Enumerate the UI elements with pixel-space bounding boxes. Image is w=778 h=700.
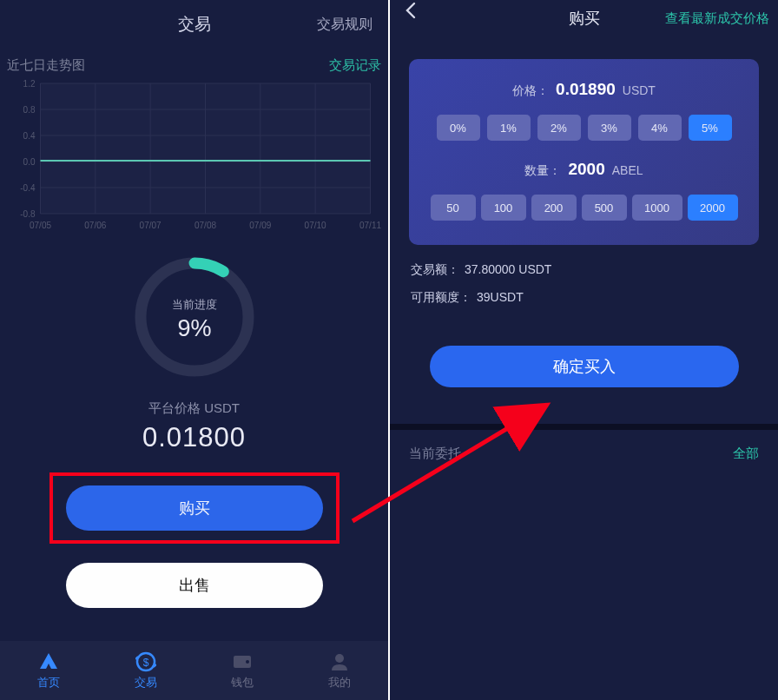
svg-text:当前进度: 当前进度: [172, 298, 217, 311]
section-divider: [390, 424, 778, 430]
svg-point-36: [335, 654, 344, 663]
percent-chips: 0% 1% 2% 3% 4% 5%: [425, 115, 743, 141]
trade-icon: $: [135, 651, 156, 672]
chart-area: 近七日走势图 交易记录 1.2: [0, 49, 388, 239]
confirm-wrap: 确定买入: [390, 346, 778, 387]
amt-chip-4[interactable]: 1000: [632, 195, 682, 221]
pct-chip-4[interactable]: 4%: [638, 115, 682, 141]
back-icon[interactable]: [404, 2, 419, 19]
buy-button[interactable]: 购买: [66, 485, 323, 531]
svg-text:07/09: 07/09: [249, 221, 271, 230]
svg-text:07/11: 07/11: [359, 221, 381, 230]
amt-chip-2[interactable]: 200: [531, 195, 577, 221]
platform-price-value: 0.01800: [0, 422, 388, 453]
chart-title: 近七日走势图: [7, 57, 85, 74]
pct-chip-1[interactable]: 1%: [487, 115, 531, 141]
svg-text:$: $: [142, 657, 148, 669]
trade-amount-val: 37.80000 USDT: [465, 262, 551, 278]
pct-chip-0[interactable]: 0%: [437, 115, 480, 141]
info-block: 交易额： 37.80000 USDT 可用额度： 39USDT: [390, 245, 778, 306]
svg-text:0.0: 0.0: [23, 157, 36, 167]
nav-wallet[interactable]: 钱包: [231, 651, 254, 690]
platform-price-label: 平台价格 USDT: [0, 400, 388, 417]
left-header: 交易 交易规则: [0, 0, 388, 49]
svg-text:-0.8: -0.8: [20, 209, 36, 219]
nav-mine[interactable]: 我的: [328, 651, 351, 690]
amount-chips: 50 100 200 500 1000 2000: [425, 195, 743, 221]
available-val: 39USDT: [477, 290, 524, 306]
amt-chip-0[interactable]: 50: [431, 195, 476, 221]
nav-trade[interactable]: $ 交易: [135, 651, 157, 690]
svg-text:07/07: 07/07: [140, 221, 162, 230]
latest-price-link[interactable]: 查看最新成交价格: [665, 10, 769, 27]
available-row: 可用额度： 39USDT: [411, 290, 757, 306]
trade-amount-key: 交易额：: [411, 262, 459, 278]
svg-text:07/10: 07/10: [305, 221, 326, 230]
right-header: 购买 查看最新成交价格: [390, 0, 778, 36]
qty-key: 数量：: [524, 163, 561, 179]
sell-button[interactable]: 出售: [66, 563, 323, 608]
progress-area: 当前进度 9%: [0, 251, 388, 383]
svg-point-35: [246, 660, 249, 664]
amt-chip-5[interactable]: 2000: [688, 195, 738, 221]
buy-card: 价格： 0.01890 USDT 0% 1% 2% 3% 4% 5% 数量： 2…: [409, 59, 759, 245]
price-area: 平台价格 USDT 0.01800: [0, 400, 388, 453]
confirm-buy-button[interactable]: 确定买入: [430, 346, 739, 387]
home-icon: [38, 651, 59, 672]
action-buttons: 购买 出售: [0, 472, 388, 608]
qty-unit: ABEL: [612, 163, 643, 177]
profile-icon: [329, 651, 350, 672]
svg-text:07/05: 07/05: [30, 221, 51, 230]
page-title: 交易: [178, 13, 211, 36]
price-row: 价格： 0.01890 USDT: [425, 80, 743, 99]
buy-page-title: 购买: [569, 8, 600, 29]
wallet-icon: [232, 651, 253, 672]
price-key: 价格：: [512, 83, 549, 99]
trade-records-link[interactable]: 交易记录: [329, 57, 381, 74]
available-key: 可用额度：: [411, 290, 471, 306]
nav-home[interactable]: 首页: [37, 651, 60, 690]
pct-chip-5[interactable]: 5%: [689, 115, 732, 141]
qty-value: 2000: [568, 160, 604, 179]
price-unit: USDT: [623, 83, 656, 97]
trend-chart: 1.2 0.8 0.4 0.0 -0.4 -0.8 07/05 07/06 07…: [7, 79, 381, 239]
svg-text:-0.4: -0.4: [20, 183, 36, 193]
pct-chip-3[interactable]: 3%: [588, 115, 631, 141]
left-panel: 交易 交易规则 近七日走势图 交易记录: [0, 0, 388, 700]
svg-text:07/08: 07/08: [194, 221, 216, 230]
entrust-row: 当前委托 全部: [390, 430, 778, 462]
amt-chip-3[interactable]: 500: [582, 195, 627, 221]
progress-ring: 当前进度 9%: [129, 251, 260, 383]
trade-amount-row: 交易额： 37.80000 USDT: [411, 262, 757, 278]
svg-text:1.2: 1.2: [23, 79, 36, 89]
svg-text:07/06: 07/06: [84, 221, 106, 230]
entrust-label: 当前委托: [409, 446, 461, 462]
pct-chip-2[interactable]: 2%: [537, 115, 581, 141]
svg-text:0.4: 0.4: [23, 131, 36, 141]
right-panel: 购买 查看最新成交价格 价格： 0.01890 USDT 0% 1% 2% 3%…: [390, 0, 778, 700]
chart-header: 近七日走势图 交易记录: [7, 57, 381, 74]
svg-text:0.8: 0.8: [23, 105, 36, 115]
trade-rules-link[interactable]: 交易规则: [317, 16, 373, 34]
svg-text:9%: 9%: [177, 315, 211, 341]
highlight-annotation: 购买: [49, 472, 340, 544]
qty-row: 数量： 2000 ABEL: [425, 160, 743, 179]
bottom-nav: 首页 $ 交易 钱包 我的: [0, 641, 388, 700]
price-value: 0.01890: [556, 80, 616, 99]
amt-chip-1[interactable]: 100: [481, 195, 526, 221]
entrust-all-link[interactable]: 全部: [733, 446, 759, 462]
